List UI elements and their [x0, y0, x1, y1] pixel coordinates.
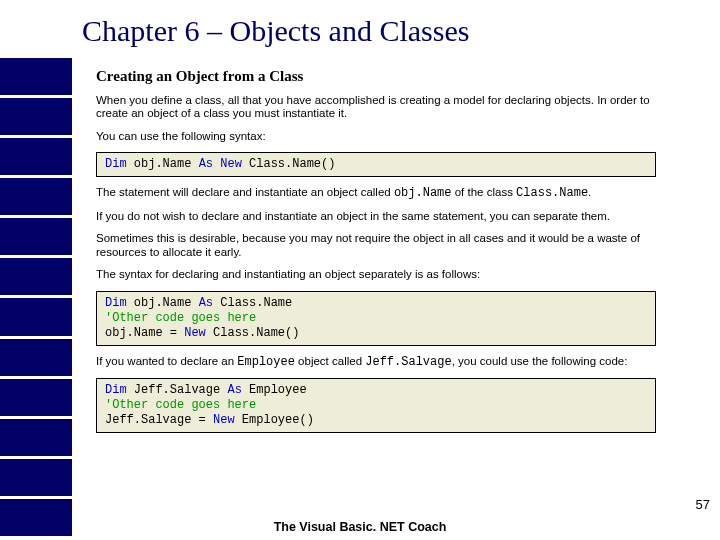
paragraph: If you do not wish to declare and instan… — [96, 210, 656, 224]
code-text: Jeff.Salvage — [127, 383, 228, 397]
paragraph: If you wanted to declare an Employee obj… — [96, 355, 656, 369]
sidebar-block — [0, 258, 72, 295]
inline-code: Employee — [237, 355, 295, 369]
paragraph: When you define a class, all that you ha… — [96, 94, 656, 121]
paragraph: Sometimes this is desirable, because you… — [96, 232, 656, 259]
sidebar-block — [0, 459, 72, 496]
sidebar-blocks — [0, 58, 72, 540]
sidebar-decoration — [0, 0, 72, 540]
code-text: obj.Name — [127, 296, 199, 310]
text: , you could use the following code: — [452, 355, 628, 367]
code-text: Employee — [242, 383, 307, 397]
sidebar-block — [0, 419, 72, 456]
code-text: Employee() — [235, 413, 314, 427]
text: If you wanted to declare an — [96, 355, 237, 367]
code-text: obj.Name — [127, 157, 199, 171]
chapter-title: Chapter 6 – Objects and Classes — [82, 14, 469, 48]
code-block: Dim obj.Name As New Class.Name() — [96, 152, 656, 177]
footer-text: The Visual Basic. NET Coach — [0, 520, 720, 534]
code-text: obj.Name = — [105, 326, 184, 340]
keyword: As — [199, 296, 213, 310]
comment: 'Other code goes here — [105, 311, 256, 325]
comment: 'Other code goes here — [105, 398, 256, 412]
sidebar-gap — [0, 0, 72, 58]
slide: Chapter 6 – Objects and Classes Creating… — [0, 0, 720, 540]
inline-code: Class.Name — [516, 186, 588, 200]
text: The statement will declare and instantia… — [96, 186, 394, 198]
keyword: Dim — [105, 157, 127, 171]
keyword: As New — [199, 157, 242, 171]
page-number: 57 — [696, 497, 710, 512]
inline-code: Jeff.Salvage — [365, 355, 451, 369]
code-block: Dim obj.Name As Class.Name 'Other code g… — [96, 291, 656, 346]
code-text: Class.Name() — [206, 326, 300, 340]
sidebar-block — [0, 58, 72, 95]
sidebar-block — [0, 339, 72, 376]
content-area: Creating an Object from a Class When you… — [96, 68, 656, 442]
sidebar-block — [0, 98, 72, 135]
sidebar-block — [0, 379, 72, 416]
paragraph: The statement will declare and instantia… — [96, 186, 656, 200]
sidebar-block — [0, 178, 72, 215]
keyword: Dim — [105, 296, 127, 310]
inline-code: obj.Name — [394, 186, 452, 200]
keyword: New — [213, 413, 235, 427]
text: of the class — [452, 186, 517, 198]
code-text: Class.Name() — [242, 157, 336, 171]
section-subtitle: Creating an Object from a Class — [96, 68, 656, 86]
keyword: New — [184, 326, 206, 340]
code-text: Class.Name — [213, 296, 292, 310]
paragraph: You can use the following syntax: — [96, 130, 656, 144]
keyword: Dim — [105, 383, 127, 397]
sidebar-block — [0, 138, 72, 175]
paragraph: The syntax for declaring and instantiati… — [96, 268, 656, 282]
sidebar-block — [0, 218, 72, 255]
keyword: As — [227, 383, 241, 397]
code-block: Dim Jeff.Salvage As Employee 'Other code… — [96, 378, 656, 433]
sidebar-block — [0, 298, 72, 335]
text: . — [588, 186, 591, 198]
code-text: Jeff.Salvage = — [105, 413, 213, 427]
text: object called — [295, 355, 365, 367]
